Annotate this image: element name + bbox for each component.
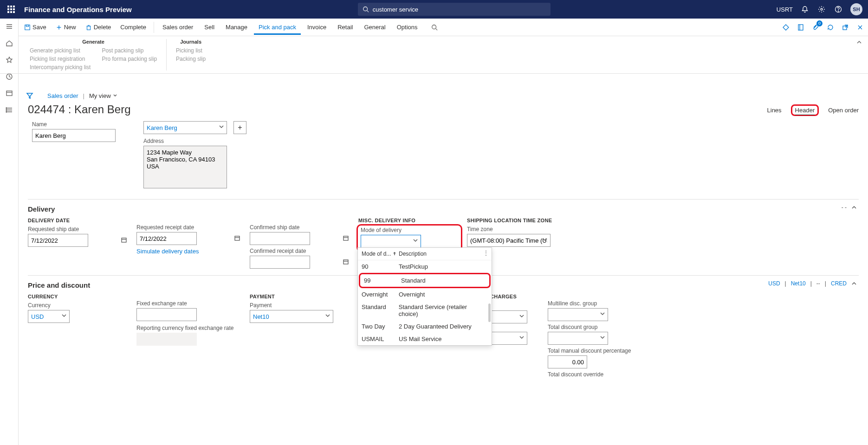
tab-general[interactable]: General: [359, 19, 390, 35]
ribbon-collapse-icon[interactable]: [856, 39, 862, 45]
ribbon-generate-picking-list[interactable]: Generate picking list: [30, 47, 91, 54]
app-launcher-icon[interactable]: [4, 2, 19, 17]
popout-icon[interactable]: [841, 23, 849, 32]
app-title: Finance and Operations Preview: [24, 6, 132, 13]
user-avatar[interactable]: SH: [850, 3, 862, 15]
book-icon[interactable]: [797, 23, 805, 32]
svg-rect-21: [87, 26, 90, 30]
global-search[interactable]: [358, 3, 551, 16]
attachment-badge: 0: [816, 20, 823, 26]
search-input[interactable]: [373, 6, 546, 13]
svg-line-25: [436, 28, 438, 30]
svg-point-2: [821, 8, 823, 10]
ribbon-group-journals: Journals: [176, 39, 206, 45]
ribbon-intercompany-picking-list[interactable]: Intercompany picking list: [30, 64, 91, 71]
new-button[interactable]: New: [52, 22, 80, 32]
tab-invoice[interactable]: Invoice: [303, 19, 331, 35]
actionbar-search-icon[interactable]: [428, 22, 441, 32]
svg-rect-26: [798, 25, 803, 30]
settings-gear-icon[interactable]: [817, 5, 826, 14]
ribbon-post-packing-slip[interactable]: Post packing slip: [102, 47, 157, 54]
diamond-icon[interactable]: [782, 23, 790, 32]
svg-rect-17: [25, 25, 30, 30]
tab-manage[interactable]: Manage: [221, 19, 252, 35]
search-icon: [363, 6, 369, 13]
close-x-icon[interactable]: [856, 23, 864, 32]
tab-retail[interactable]: Retail: [333, 19, 357, 35]
delete-button[interactable]: Delete: [82, 22, 115, 32]
user-code[interactable]: USRT: [777, 5, 793, 14]
save-button[interactable]: Save: [20, 22, 50, 32]
delete-label: Delete: [94, 24, 111, 31]
attachment-icon[interactable]: 0: [811, 23, 820, 32]
ribbon-picking-list-registration[interactable]: Picking list registration: [30, 56, 91, 62]
ribbon-group-generate: Generate: [30, 39, 157, 45]
tab-options[interactable]: Options: [392, 19, 422, 35]
svg-line-1: [367, 11, 369, 13]
svg-point-0: [363, 7, 368, 11]
ribbon-journal-packing-slip[interactable]: Packing slip: [176, 56, 206, 62]
ribbon-pro-forma-packing-slip[interactable]: Pro forma packing slip: [102, 56, 157, 62]
tab-sales-order[interactable]: Sales order: [158, 19, 198, 35]
svg-rect-18: [26, 25, 28, 26]
help-icon[interactable]: [834, 5, 843, 14]
refresh-icon[interactable]: [826, 23, 835, 32]
tab-sell[interactable]: Sell: [200, 19, 219, 35]
ribbon-journal-picking-list[interactable]: Picking list: [176, 47, 206, 54]
svg-point-4: [838, 11, 839, 12]
save-label: Save: [32, 24, 46, 31]
new-label: New: [64, 24, 76, 31]
hamburger-icon[interactable]: [5, 22, 13, 31]
svg-point-24: [432, 25, 436, 29]
notification-bell-icon[interactable]: [800, 5, 810, 14]
complete-button[interactable]: Complete: [117, 22, 150, 32]
tab-pick-and-pack[interactable]: Pick and pack: [254, 19, 301, 35]
